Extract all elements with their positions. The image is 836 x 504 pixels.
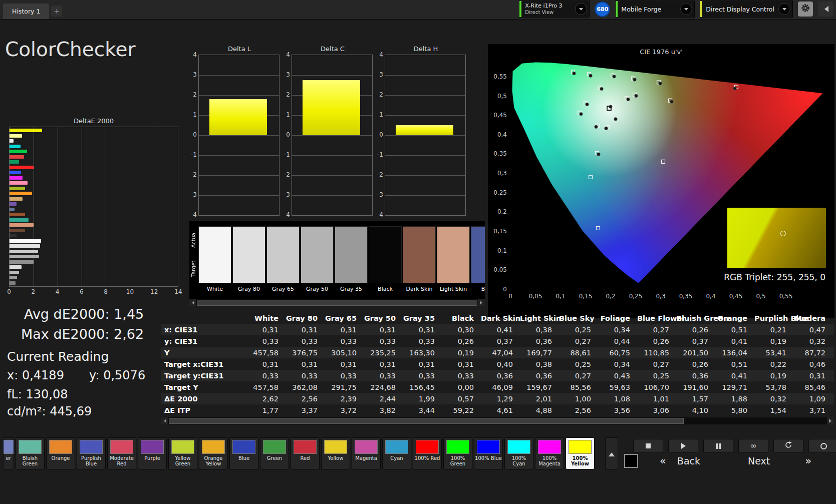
pattern-window-button[interactable]: [624, 454, 638, 468]
table-cell: 3,06: [637, 406, 676, 414]
dropdown-arrow-icon[interactable]: [680, 3, 692, 15]
scroll-left-button[interactable]: [161, 417, 168, 424]
deltae-bar: [10, 229, 25, 232]
scroll-left-button[interactable]: [189, 299, 196, 306]
dropdown-arrow-icon[interactable]: [575, 3, 587, 15]
dropdown-arrow-icon[interactable]: [778, 3, 790, 15]
x-tick-label: 0,1: [555, 293, 565, 300]
swatch-scrollbar[interactable]: [189, 299, 485, 306]
stop-button[interactable]: [633, 439, 663, 453]
scrollbar-thumb[interactable]: [169, 418, 684, 424]
next-button[interactable]: Next: [748, 455, 770, 466]
scrollbar-track[interactable]: [196, 299, 478, 306]
pause-button[interactable]: [703, 439, 733, 453]
table-scrollbar[interactable]: [161, 417, 834, 424]
y-axis-labels: 43210-1-2-3-4: [280, 55, 292, 215]
scroll-right-button[interactable]: [827, 417, 834, 424]
patch-button-100-green[interactable]: 100% Green: [443, 437, 472, 469]
chevron-left-icon: [821, 6, 828, 12]
scrollbar-thumb[interactable]: [197, 300, 477, 306]
table-cell: 0,19: [754, 372, 793, 380]
patch-button-purple[interactable]: Purple: [138, 437, 167, 469]
column-header: Foliage: [598, 314, 637, 322]
back-chevron-icon[interactable]: «: [660, 455, 666, 467]
patch-button-bluish-green[interactable]: Bluish Green: [16, 437, 45, 469]
column-header: Modera: [793, 314, 832, 322]
table-cell: 163,30: [403, 349, 442, 357]
plot-area: [385, 55, 466, 216]
play-button[interactable]: [668, 439, 698, 453]
table-cell: 0,25: [559, 326, 598, 334]
patch-button-100-yellow[interactable]: 100% Yellow: [566, 437, 595, 469]
patch-label: Bluish Green: [16, 455, 44, 466]
patch-button-magenta[interactable]: Magenta: [352, 437, 381, 469]
table-cell: 1,00: [559, 395, 598, 403]
y-tick-label: 4: [193, 51, 197, 58]
table-cell: 0,32: [793, 337, 832, 345]
deltae-bar: [10, 150, 27, 153]
patch-button-100-blue[interactable]: 100% Blue: [474, 437, 503, 469]
gridline: [385, 135, 465, 136]
table-cell: 0,30: [442, 326, 481, 334]
patch-button-cyan[interactable]: Cyan: [382, 437, 411, 469]
y-tick-label: -2: [191, 171, 197, 178]
patch-button-orange[interactable]: Orange: [46, 437, 75, 469]
deltae-bar: [10, 234, 17, 237]
patch-button-yellow-green[interactable]: Yellow Green: [168, 437, 197, 469]
pattern-toolbar: erBluish GreenOrangePurplish BlueModerat…: [0, 436, 836, 472]
swatch-cell: Light Skin: [437, 226, 470, 292]
patch-button-green[interactable]: Green: [260, 437, 289, 469]
loop-button[interactable]: [773, 439, 803, 453]
y-tick-label: 2: [379, 91, 383, 98]
patch-button-blue[interactable]: Blue: [229, 437, 258, 469]
y-tick-label: 0: [379, 131, 383, 138]
patch-button-red[interactable]: Red: [291, 437, 320, 469]
y-tick-label: 0,55: [493, 73, 507, 80]
patch-button-orange-yellow[interactable]: Orange Yellow: [199, 437, 228, 469]
deltae-bar: [10, 281, 16, 285]
patch-button-100-cyan[interactable]: 100% Cyan: [504, 437, 533, 469]
patch-button-100-magenta[interactable]: 100% Magenta: [535, 437, 564, 469]
patch-button-purplish-blue[interactable]: Purplish Blue: [77, 437, 106, 469]
settings-button[interactable]: [798, 2, 813, 17]
table-cell: 0,33: [246, 372, 286, 380]
continuous-read-button[interactable]: ∞: [738, 439, 768, 453]
table-cell: 305,10: [325, 349, 364, 357]
collapse-panel-button[interactable]: [818, 2, 833, 17]
next-chevron-icon[interactable]: »: [805, 455, 811, 467]
pattern-source-dropdown[interactable]: Mobile Forge: [615, 1, 695, 18]
table-cell: 3,82: [364, 406, 403, 414]
toolbar-expand-button[interactable]: [605, 437, 618, 469]
table-cell: 0,00: [442, 383, 481, 391]
patch-label: 100% Yellow: [566, 455, 594, 466]
table-cell: 2,44: [364, 395, 403, 403]
patch-swatch: [538, 440, 561, 454]
tab-history-1[interactable]: History 1: [3, 4, 49, 19]
y-tick-label: 0,25: [493, 189, 507, 196]
meter-dropdown[interactable]: X-Rite i1Pro 3 Direct View: [519, 1, 590, 18]
pattern-source-label: Mobile Forge: [621, 6, 676, 13]
display-control-dropdown[interactable]: Direct Display Control: [700, 1, 793, 18]
table-cell: 0,37: [676, 337, 715, 345]
y-axis-labels: 43210-1-2-3-4: [373, 55, 385, 215]
patch-label: Magenta: [355, 455, 377, 461]
back-button[interactable]: Back: [677, 455, 700, 466]
avg-de2000-value: Avg dE2000: 1,45: [24, 306, 144, 322]
deltae-bar: [10, 218, 29, 222]
new-tab-button[interactable]: +: [51, 6, 62, 17]
patch-button-moderate-red[interactable]: Moderate Red: [107, 437, 136, 469]
table-cell: 106,70: [637, 383, 676, 391]
measure-button[interactable]: [808, 439, 836, 453]
x-tick-label: 0,55: [779, 293, 793, 300]
x-tick-label: 0,25: [629, 293, 643, 300]
patch-button-yellow[interactable]: Yellow: [321, 437, 350, 469]
table-cell: 0,33: [403, 337, 442, 345]
scrollbar-track[interactable]: [168, 417, 827, 424]
patch-button-er[interactable]: er: [3, 437, 14, 469]
patch-button-100-red[interactable]: 100% Red: [413, 437, 442, 469]
gridline: [199, 75, 279, 76]
table-cell: 0,33: [325, 372, 364, 380]
swatch-cell: Blue: [471, 226, 485, 292]
swatch-label: Gray 65: [266, 286, 300, 292]
scroll-right-button[interactable]: [478, 299, 485, 306]
